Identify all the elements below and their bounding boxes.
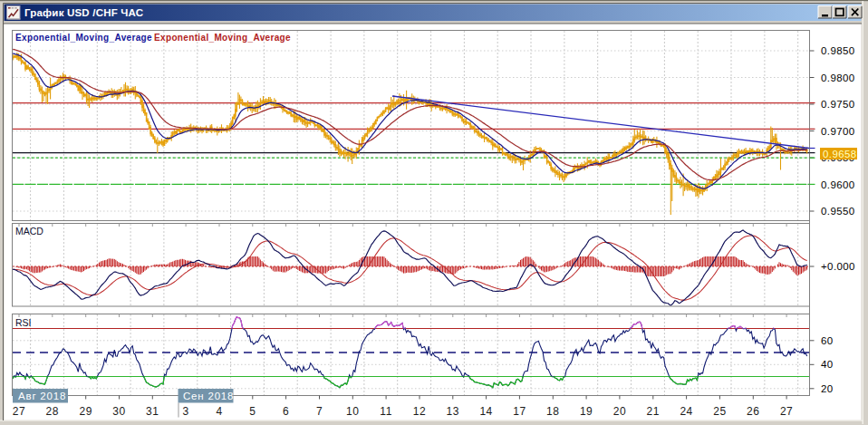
svg-text:27: 27 xyxy=(780,405,793,418)
svg-text:Сен 2018: Сен 2018 xyxy=(183,391,234,401)
svg-text:18: 18 xyxy=(546,405,559,418)
svg-text:График USD /CHF ЧАС: График USD /CHF ЧАС xyxy=(24,7,143,18)
svg-text:11: 11 xyxy=(380,405,391,418)
svg-text:29: 29 xyxy=(80,405,92,418)
svg-text:60: 60 xyxy=(821,335,834,346)
svg-text:10: 10 xyxy=(346,405,359,418)
svg-text:24: 24 xyxy=(680,405,692,418)
svg-text:5: 5 xyxy=(249,405,256,418)
svg-text:0.9800: 0.9800 xyxy=(821,72,855,83)
svg-text:30: 30 xyxy=(112,405,125,418)
svg-text:3: 3 xyxy=(183,405,189,418)
svg-text:12: 12 xyxy=(413,405,426,418)
svg-text:20: 20 xyxy=(613,405,626,418)
svg-text:0.9750: 0.9750 xyxy=(821,99,855,110)
svg-text:0.9700: 0.9700 xyxy=(821,126,855,137)
svg-text:14: 14 xyxy=(479,405,492,418)
svg-text:6: 6 xyxy=(283,405,289,418)
svg-text:20: 20 xyxy=(821,383,834,394)
svg-text:MACD: MACD xyxy=(15,226,43,237)
svg-text:0.9850: 0.9850 xyxy=(821,45,855,56)
svg-text:31: 31 xyxy=(146,405,159,418)
svg-text:17: 17 xyxy=(513,405,526,418)
svg-text:13: 13 xyxy=(447,405,459,418)
svg-text:0.9658: 0.9658 xyxy=(823,149,857,159)
svg-text:+0.000: +0.000 xyxy=(821,261,855,272)
svg-text:28: 28 xyxy=(46,405,59,418)
svg-text:Exponential_Moving_Average: Exponential_Moving_Average xyxy=(154,33,291,43)
svg-text:21: 21 xyxy=(647,405,660,418)
svg-text:Авг 2018: Авг 2018 xyxy=(18,391,66,401)
svg-text:0.9550: 0.9550 xyxy=(821,206,855,217)
svg-text:7: 7 xyxy=(316,405,323,418)
svg-text:4: 4 xyxy=(216,405,222,418)
svg-text:27: 27 xyxy=(13,405,25,418)
svg-text:26: 26 xyxy=(747,405,759,418)
svg-text:19: 19 xyxy=(580,405,593,418)
svg-text:RSI: RSI xyxy=(15,317,32,328)
svg-text:40: 40 xyxy=(821,359,834,370)
svg-text:0.9600: 0.9600 xyxy=(821,179,855,190)
svg-text:25: 25 xyxy=(713,405,726,418)
svg-text:Exponential_Moving_Average: Exponential_Moving_Average xyxy=(15,33,152,43)
